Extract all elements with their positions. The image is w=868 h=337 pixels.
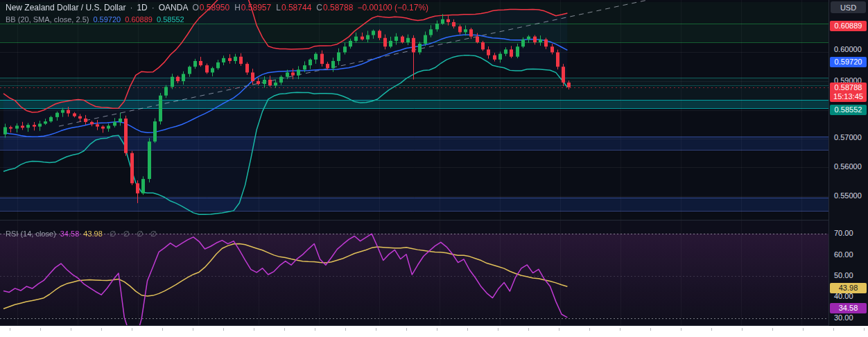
last-price-badge: 0.58788 15:13:45 (830, 83, 867, 102)
pane-separator[interactable] (0, 220, 868, 221)
price-axis-label: 0.55000 (829, 191, 868, 200)
rsi-value: 34.58 (60, 230, 80, 238)
rsi-axis-label: 50.00 (829, 271, 868, 280)
bb-basis-value: 0.59720 (93, 15, 121, 24)
rsi-axis-label: 40.00 (829, 292, 868, 301)
rsi-indicator-label[interactable]: RSI (14, close) (6, 230, 56, 238)
bb-upper-price-badge: 0.60889 (830, 21, 867, 31)
ohlc-close-value: 0.58788 (323, 3, 353, 12)
ohlc-high: H0.58957 (234, 3, 271, 12)
currency-toggle-button[interactable]: USD (831, 1, 866, 13)
price-axis-label: 0.56000 (829, 162, 868, 171)
rsi-value-badge: 34.58 (830, 303, 867, 313)
exchange-label[interactable]: OANDA (159, 3, 189, 12)
timeframe-label[interactable]: 1D (137, 3, 147, 12)
ohlc-close-label: C (316, 3, 322, 12)
price-axis-label: 0.60000 (829, 45, 868, 54)
rsi-hidden-value: ∅ (110, 230, 116, 239)
time-axis-ticks (10, 328, 868, 331)
symbol-title[interactable]: New Zealand Dollar / U.S. Dollar (6, 3, 125, 12)
price-pane[interactable] (0, 0, 828, 221)
legend-separator: · (152, 3, 155, 12)
rsi-ma-value: 43.98 (83, 230, 103, 238)
ohlc-low: L0.58744 (276, 3, 311, 12)
bb-lower-value: 0.58552 (157, 15, 184, 24)
ohlc-high-label: H (234, 3, 241, 12)
ohlc-low-label: L (276, 3, 281, 12)
ohlc-close: C0.58788 (316, 3, 353, 12)
price-scale[interactable]: USD 0.60889 0.60000 0.59720 0.59000 0.58… (829, 0, 868, 326)
rsi-axis-label: 70.00 (829, 229, 868, 238)
rsi-hidden-value: ∅ (123, 230, 130, 239)
ohlc-high-value: 0.58957 (241, 3, 271, 12)
rsi-axis-label: 30.00 (829, 313, 868, 322)
symbol-legend: New Zealand Dollar / U.S. Dollar · 1D · … (6, 3, 428, 12)
bb-lower-price-badge: 0.58552 (830, 105, 867, 115)
bb-indicator-label[interactable]: BB (20, SMA, close, 2.5) (6, 15, 89, 24)
rsi-hidden-value: ∅ (150, 230, 157, 239)
time-axis[interactable] (0, 326, 868, 337)
ohlc-values: O0.58950 H0.58957 L0.58744 C0.58788 (192, 3, 353, 12)
change-value: −0.00100 (−0.17%) (357, 3, 428, 12)
ohlc-low-value: 0.58744 (281, 3, 311, 12)
legend-separator: · (130, 3, 132, 12)
rsi-hidden-value: ∅ (137, 230, 144, 239)
rsi-axis-label: 60.00 (829, 250, 868, 259)
bb-basis-price-badge: 0.59720 (830, 57, 867, 67)
ohlc-open-label: O (192, 3, 198, 12)
bar-close-countdown: 15:13:45 (830, 92, 867, 101)
bb-legend: BB (20, SMA, close, 2.5) 0.59720 0.60889… (6, 15, 184, 24)
price-axis-label: 0.57000 (829, 133, 868, 142)
ohlc-open: O0.58950 (192, 3, 229, 12)
ohlc-open-value: 0.58950 (200, 3, 229, 12)
last-price-value: 0.58788 (830, 83, 867, 92)
tradingview-chart-window: New Zealand Dollar / U.S. Dollar · 1D · … (0, 0, 868, 337)
rsi-legend: RSI (14, close) 34.58 43.98 ∅ ∅ ∅ ∅ (6, 230, 157, 239)
bb-upper-value: 0.60889 (125, 15, 153, 24)
